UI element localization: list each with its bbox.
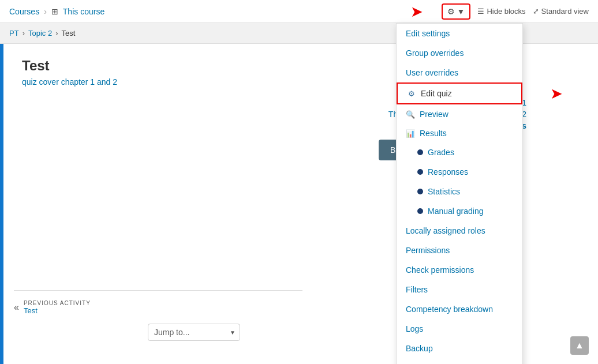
gear-button[interactable]: ⚙ ▼ <box>442 3 471 20</box>
nav-courses-link[interactable]: Courses <box>9 7 39 16</box>
right-arrow-icon: ➤ <box>410 2 423 20</box>
menu-grades[interactable]: Grades <box>397 142 522 162</box>
nav-sep1: › <box>44 7 47 16</box>
menu-restore[interactable]: Restore <box>397 358 522 364</box>
left-accent-bar <box>0 44 3 364</box>
breadcrumb-sep2: › <box>55 29 58 37</box>
prev-activity: « PREVIOUS ACTIVITY Test <box>14 290 302 315</box>
menu-statistics[interactable]: Statistics <box>397 182 522 201</box>
prev-activity-info: PREVIOUS ACTIVITY Test <box>24 300 91 315</box>
jump-select-wrapper[interactable]: Jump to... <box>148 324 240 341</box>
menu-competency[interactable]: Competency breakdown <box>397 299 522 319</box>
breadcrumb-pt[interactable]: PT <box>9 29 19 37</box>
menu-locally-assigned[interactable]: Locally assigned roles <box>397 221 522 241</box>
menu-manual-grading[interactable]: Manual grading <box>397 201 522 221</box>
menu-check-permissions[interactable]: Check permissions <box>397 260 522 280</box>
site-icon: ⊞ <box>51 7 58 16</box>
grades-dot <box>417 149 423 155</box>
results-icon: 📊 <box>406 129 415 138</box>
standard-view-link[interactable]: ⤢ Standard view <box>533 7 589 16</box>
edit-quiz-wrapper: ⚙ Edit quiz ➤ <box>397 82 522 104</box>
menu-edit-quiz[interactable]: ⚙ Edit quiz <box>397 82 522 104</box>
hide-blocks-link[interactable]: ☰ Hide blocks <box>477 7 525 16</box>
nav-breadcrumb: Courses › ⊞ This course <box>9 7 104 16</box>
breadcrumb-current: Test <box>62 29 76 37</box>
menu-preview[interactable]: 🔍 Preview <box>397 104 522 124</box>
nav-actions: ➤ ⚙ ▼ ☰ Hide blocks ⤢ Standard view <box>442 3 589 20</box>
menu-logs[interactable]: Logs <box>397 319 522 339</box>
menu-responses[interactable]: Responses <box>397 162 522 182</box>
prev-activity-name[interactable]: Test <box>24 306 91 315</box>
menu-group-overrides[interactable]: Group overrides <box>397 43 522 63</box>
menu-edit-settings[interactable]: Edit settings <box>397 24 522 43</box>
responses-dot <box>417 169 423 175</box>
breadcrumb-topic[interactable]: Topic 2 <box>28 29 52 37</box>
preview-icon: 🔍 <box>406 110 415 119</box>
gear-button-wrapper: ➤ ⚙ ▼ <box>442 3 471 20</box>
hide-blocks-icon: ☰ <box>477 7 484 16</box>
menu-filters[interactable]: Filters <box>397 280 522 299</box>
scroll-up-icon: ▲ <box>575 340 584 351</box>
manual-grading-dot <box>417 208 423 214</box>
breadcrumb-sep1: › <box>23 29 25 37</box>
gear-icon: ⚙ <box>447 7 455 16</box>
gear-dropdown-arrow: ▼ <box>457 7 465 16</box>
nav-this-course-link[interactable]: This course <box>63 7 104 16</box>
prev-arrow-icon: « <box>14 302 19 313</box>
gear-small-icon: ⚙ <box>407 89 416 98</box>
scroll-to-top-button[interactable]: ▲ <box>570 336 589 355</box>
top-navigation: Courses › ⊞ This course ➤ ⚙ ▼ ☰ Hide blo… <box>0 0 598 23</box>
menu-user-overrides[interactable]: User overrides <box>397 63 522 82</box>
statistics-dot <box>417 189 423 194</box>
standard-view-icon: ⤢ <box>533 7 539 16</box>
menu-permissions[interactable]: Permissions <box>397 241 522 260</box>
jump-to-select[interactable]: Jump to... <box>148 324 240 341</box>
settings-dropdown: Edit settings Group overrides User overr… <box>396 23 523 364</box>
menu-backup[interactable]: Backup <box>397 339 522 358</box>
prev-activity-label: PREVIOUS ACTIVITY <box>24 300 91 306</box>
menu-results-label: 📊 Results <box>397 124 522 142</box>
jump-to-wrapper: Jump to... <box>14 324 240 341</box>
